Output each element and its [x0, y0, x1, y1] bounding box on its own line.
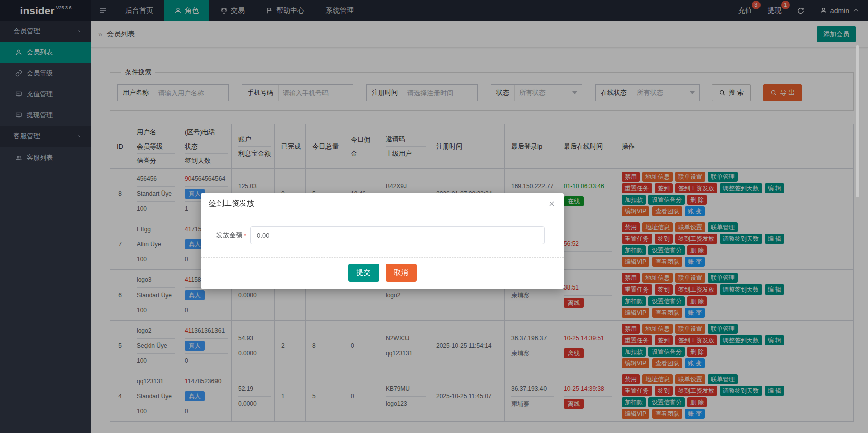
- page-scrollbar-thumb[interactable]: [856, 45, 859, 197]
- salary-modal: 签到工资发放 发放金额 * 提交 取消: [201, 193, 564, 289]
- close-icon[interactable]: [548, 200, 556, 208]
- cancel-button[interactable]: 取消: [386, 264, 417, 282]
- amount-input[interactable]: [250, 226, 545, 244]
- modal-footer: 提交 取消: [201, 257, 564, 289]
- modal-title: 签到工资发放: [209, 199, 254, 208]
- modal-header: 签到工资发放: [201, 193, 564, 214]
- amount-label: 发放金额: [216, 231, 242, 240]
- submit-button[interactable]: 提交: [348, 264, 379, 282]
- required-mark: *: [244, 232, 246, 239]
- modal-body: 发放金额 *: [201, 214, 564, 257]
